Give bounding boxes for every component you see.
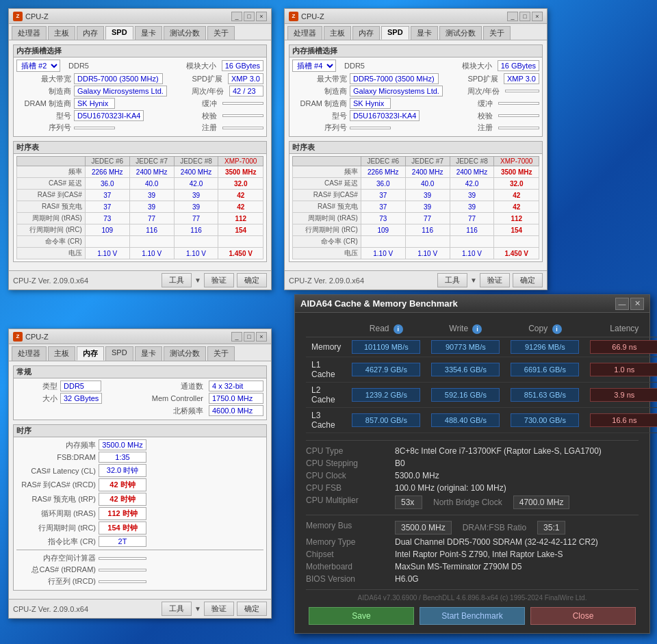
cpuz2-close[interactable]: × — [532, 12, 543, 21]
aida-save-btn[interactable]: Save — [309, 607, 414, 625]
td-volt-xmp-1: 1.450 V — [218, 248, 263, 259]
cpuz2-verify-btn[interactable]: 验证 — [480, 273, 510, 287]
cpuz1-tools-btn[interactable]: 工具 — [162, 273, 192, 287]
info-cpu-mult-val: 53x — [395, 495, 422, 509]
cpuz2-spdext-val: XMP 3.0 — [504, 73, 539, 84]
th-jedec7-2: JEDEC #7 — [405, 157, 450, 166]
tab-spd-2[interactable]: SPD — [381, 26, 409, 40]
bench-label-l1: L1 Cache — [306, 357, 346, 382]
th-xmp7000-1: XMP-7000 — [218, 157, 263, 166]
tab-bench-2[interactable]: 测试分数 — [439, 26, 482, 40]
cpuz3-ok-btn[interactable]: 确定 — [237, 602, 267, 616]
td-rp-xmp-1: 42 — [218, 201, 263, 213]
tab-about-3[interactable]: 关于 — [207, 346, 235, 361]
cpuz3-close[interactable]: × — [256, 332, 267, 342]
tab-mainboard-3[interactable]: 主板 — [48, 346, 75, 361]
cpuz1-slot-select[interactable]: 插槽 #2 — [16, 60, 60, 72]
tab-spd-1[interactable]: SPD — [105, 26, 133, 40]
tab-memory-3[interactable]: 内存 — [77, 346, 104, 361]
tab-bench-3[interactable]: 测试分数 — [164, 346, 206, 361]
cpuz1-close[interactable]: × — [256, 12, 267, 21]
tab-mainboard-2[interactable]: 主板 — [324, 26, 351, 40]
cpuz2-minimize[interactable]: _ — [507, 12, 518, 21]
tab-bench-1[interactable]: 测试分数 — [164, 26, 206, 40]
tab-processor-1[interactable]: 处理器 — [12, 26, 47, 40]
cpuz1-drammfr-label: DRAM 制造商 — [16, 99, 71, 109]
tab-about-1[interactable]: 关于 — [207, 26, 235, 40]
aida-window: AIDA64 Cache & Memory Benchmark — ✕ Read… — [294, 294, 650, 634]
cpuz1-slot-content: 插槽 #2 DDR5 模块大小 16 GBytes 最大带宽 DDR5-7000… — [14, 57, 266, 136]
cpuz1-weekyear-val: 42 / 23 — [229, 86, 263, 96]
tr-rcd-2: RAS# 到CAS# 37 39 39 42 — [293, 190, 539, 201]
info-mb-label: Motherboard — [306, 562, 395, 571]
info-cpu-stepping-label: CPU Stepping — [306, 459, 395, 468]
td-freq-xmp-2: 3500 MHz — [494, 166, 539, 178]
tab-processor-2[interactable]: 处理器 — [287, 26, 322, 40]
cpuz1-version: CPU-Z Ver. 2.09.0.x64 — [13, 276, 159, 285]
td-freq-label-1: 频率 — [17, 166, 86, 178]
cpuz3-tools-btn[interactable]: 工具 — [162, 602, 192, 616]
td-rp-label-2: RAS# 预充电 — [293, 201, 361, 213]
cpuz1-maxbw-row: 最大带宽 DDR5-7000 (3500 MHz) SPD扩展 XMP 3.0 — [16, 73, 263, 84]
cpuz1-minimize[interactable]: _ — [231, 12, 242, 21]
cpuz3-rc-label: 行周期时间 (tRC) — [16, 523, 99, 533]
cpuz2-slot-select[interactable]: 插槽 #4 — [292, 60, 336, 72]
info-chipset-val: Intel Raptor Point-S Z790, Intel Raptor … — [395, 550, 563, 559]
tab-memory-1[interactable]: 内存 — [77, 26, 104, 40]
th-jedec7-1: JEDEC #7 — [129, 157, 174, 166]
cpuz3-fsbdram-row: FSB:DRAM 1:35 — [16, 452, 263, 463]
info-mem-bus: Memory Bus 3500.0 MHz DRAM:FSB Ratio 35:… — [306, 521, 639, 534]
cpuz2-tools-btn[interactable]: 工具 — [437, 273, 467, 287]
cpuz1-timing-title: 时序表 — [14, 142, 266, 154]
aida-meminfo: Memory Bus 3500.0 MHz DRAM:FSB Ratio 35:… — [306, 515, 639, 584]
cpuz2-ok-btn[interactable]: 确定 — [513, 273, 543, 287]
cpuz3-fsbdram-label: FSB:DRAM — [16, 453, 99, 461]
tr-ras-1: 周期时间 (tRAS) 73 77 77 112 — [17, 213, 263, 224]
aida-close-btn[interactable]: Close — [530, 607, 636, 625]
tab-about-2[interactable]: 关于 — [483, 26, 511, 40]
cpuz3-maximize[interactable]: □ — [244, 332, 255, 342]
cpuz1-jedec-val — [222, 102, 263, 105]
cpuz3-minimize[interactable]: _ — [231, 332, 242, 342]
cpuz3-verify-btn[interactable]: 验证 — [204, 602, 234, 616]
info-cpu-multiplier: CPU Multiplier 53x North Bridge Clock 47… — [306, 495, 639, 509]
cpuz1-slot-title: 内存插槽选择 — [14, 45, 266, 57]
tr-rp-2: RAS# 预充电 37 39 39 42 — [293, 201, 539, 213]
cpuz3-tabs: 处理器 主板 内存 SPD 显卡 测试分数 关于 — [9, 344, 271, 361]
cpuz1-ok-btn[interactable]: 确定 — [237, 273, 267, 287]
cpuz2-maximize[interactable]: □ — [519, 12, 530, 21]
tab-spd-3[interactable]: SPD — [105, 346, 133, 361]
info-cpu-type-label: CPU Type — [306, 446, 395, 456]
aida-start-btn[interactable]: Start Benchmark — [420, 607, 525, 625]
tab-memory-2[interactable]: 内存 — [352, 26, 380, 40]
aida-minimize[interactable]: — — [615, 298, 629, 310]
cpuz1-timing-section: 时序表 JEDEC #6 JEDEC #7 JEDEC #8 XMP-7000 — [13, 141, 267, 262]
cpuz1-titlebar: Z CPU-Z _ □ × — [9, 9, 271, 24]
tab-gpu-3[interactable]: 显卡 — [135, 346, 162, 361]
cpuz1-maximize[interactable]: □ — [244, 12, 255, 21]
cpuz1-timing-table: JEDEC #6 JEDEC #7 JEDEC #8 XMP-7000 频率 2… — [16, 156, 263, 259]
tab-gpu-1[interactable]: 显卡 — [135, 26, 162, 40]
cpuz2-maxbw-row: 最大带宽 DDR5-7000 (3500 MHz) SPD扩展 XMP 3.0 — [292, 73, 539, 84]
info-cpu-clock-label: CPU Clock — [306, 471, 395, 480]
cpuz3-rc-val: 154 时钟 — [99, 521, 146, 534]
cpuz3-channels-label: 通道数 — [181, 381, 203, 391]
cpuz3-general-section: 常规 类型 DDR5 通道数 4 x 32-bit 大小 32 GBytes M… — [13, 365, 267, 420]
tr-voltage-2: 电压 1.10 V 1.10 V 1.10 V 1.450 V — [293, 248, 539, 259]
bench-l3-latency: 16.6 ns — [584, 407, 657, 433]
tab-processor-3[interactable]: 处理器 — [12, 346, 47, 361]
aida-main-content: Read i Write i Copy i Latency Mem — [295, 313, 649, 633]
info-cpu-type: CPU Type 8C+8c Intel Core i7-13700KF (Ra… — [306, 446, 639, 456]
info-nbclock-label: North Bridge Clock — [433, 498, 502, 507]
tab-mainboard-1[interactable]: 主板 — [48, 26, 75, 40]
cpuz3-icon: Z — [13, 332, 23, 342]
cpuz3-controls: _ □ × — [231, 332, 267, 342]
tab-gpu-2[interactable]: 显卡 — [411, 26, 438, 40]
cpuz2-note-label: 注册 — [478, 123, 493, 133]
tr-cmd-2: 命令率 (CR) — [293, 236, 539, 248]
aida-close[interactable]: ✕ — [630, 298, 644, 310]
cpuz2-timing-title: 时序表 — [289, 142, 542, 154]
cpuz1-verify-btn[interactable]: 验证 — [204, 273, 234, 287]
read-info-icon: i — [394, 324, 403, 334]
cpuz1-type-label: DDR5 — [68, 62, 89, 70]
